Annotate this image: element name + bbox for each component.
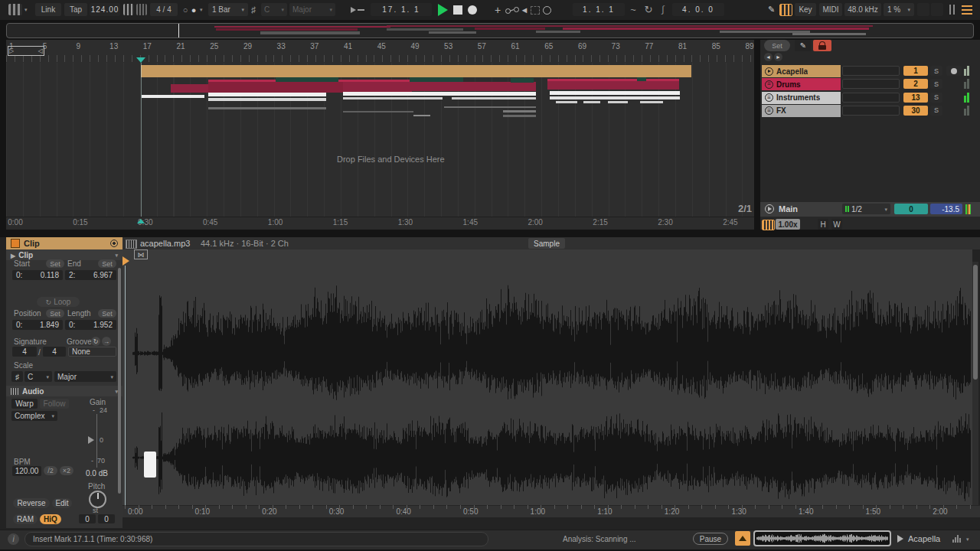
signature-denominator-field[interactable]: 4	[43, 347, 66, 357]
clip-root-menu[interactable]: C▾	[24, 371, 52, 382]
track-menu-icon[interactable]: ≡	[765, 106, 773, 115]
main-track-name[interactable]: Main	[779, 204, 798, 214]
stop-button[interactable]	[453, 5, 462, 15]
loop-marker-handle[interactable]	[144, 452, 156, 478]
warp-button[interactable]: Warp	[11, 399, 38, 409]
arrangement-clip[interactable]	[343, 111, 413, 112]
punch-out-icon[interactable]: ∫	[658, 2, 668, 16]
warp-mode-menu[interactable]: Complex▾	[11, 411, 57, 421]
arrangement-loop-brace[interactable]: ▷ ◁	[8, 46, 44, 56]
track-row[interactable]: ≡Drums2S	[760, 78, 980, 90]
add-locator-icon[interactable]: +	[492, 4, 503, 16]
bar-number[interactable]: 37	[310, 42, 318, 51]
arrangement-clip[interactable]	[452, 97, 536, 99]
groove-commit-icon[interactable]: ↻	[91, 337, 100, 346]
track-row[interactable]: Acapella1S	[760, 65, 980, 77]
arrangement-clip[interactable]	[503, 115, 536, 117]
pitch-knob[interactable]	[89, 491, 106, 508]
tempo-follower-icon[interactable]	[762, 220, 775, 230]
global-root-menu[interactable]: C▾	[261, 3, 287, 16]
clip-start-marker-line[interactable]	[125, 266, 126, 505]
track-name-plate[interactable]: Acapella	[762, 65, 841, 77]
arrangement-clip[interactable]	[556, 101, 577, 103]
main-routing-menu[interactable]: 1/2 ▾	[842, 204, 890, 214]
bpm-double-button[interactable]: ×2	[60, 466, 74, 475]
track-play-icon[interactable]	[765, 67, 773, 76]
bar-number[interactable]: 33	[277, 42, 286, 51]
pencil-automation-box[interactable]: ✎	[795, 40, 812, 51]
bar-number[interactable]: 81	[678, 42, 687, 51]
clip-scale-icon-box[interactable]: ♯	[11, 371, 23, 382]
arrangement-clip[interactable]	[413, 115, 430, 116]
groove-open-icon[interactable]: →	[102, 337, 111, 346]
device-slot[interactable]	[842, 79, 900, 89]
arrangement-clip[interactable]	[511, 78, 534, 83]
length-set-button[interactable]: Set	[98, 309, 116, 318]
bar-number[interactable]: 69	[578, 42, 586, 51]
track-value-box[interactable]: 2	[903, 79, 928, 89]
signature-numerator-field[interactable]: 4	[12, 347, 37, 357]
scroll-right-arrow[interactable]: ►	[774, 53, 782, 61]
audio-section-header[interactable]: Audio ▾	[6, 386, 122, 396]
clip-tab-toggle-icon[interactable]	[110, 240, 118, 247]
clip-end-field[interactable]: 2:6.967	[65, 270, 116, 280]
loop-button[interactable]: ↻Loop	[37, 297, 80, 307]
clip-scale-menu[interactable]: Major▾	[54, 371, 116, 382]
clip-position-field[interactable]: 0:1.849	[12, 320, 63, 330]
scroll-left-arrow[interactable]: ◄	[764, 53, 773, 61]
bar-number[interactable]: 85	[712, 42, 720, 51]
arrangement-clip[interactable]	[410, 77, 463, 82]
track-menu-icon[interactable]: ≡	[765, 80, 773, 89]
start-set-button[interactable]: Set	[46, 259, 64, 268]
clip-tab[interactable]: Clip	[6, 237, 122, 249]
status-meter-caret[interactable]: ▾	[966, 536, 969, 542]
nudge-caret[interactable]: ▾	[200, 7, 203, 12]
arrangement-clip[interactable]	[640, 101, 663, 103]
midi-capture-icon[interactable]	[505, 7, 518, 13]
quantize-menu[interactable]: 1 Bar▾	[208, 3, 248, 16]
clip-length-field[interactable]: 0:1.952	[65, 320, 116, 330]
sample-waveform[interactable]	[125, 262, 971, 505]
clip-bpm-field[interactable]: 120.00	[12, 466, 41, 476]
device-slot[interactable]	[842, 106, 900, 116]
tempo-field[interactable]: 124.00	[90, 3, 120, 16]
bar-number[interactable]: 65	[544, 42, 553, 51]
track-value-box[interactable]: 30	[903, 106, 928, 116]
insert-marker-triangle[interactable]	[136, 57, 145, 63]
width-toggle-button[interactable]: W	[831, 219, 842, 230]
track-menu-icon[interactable]: ≡	[765, 93, 773, 102]
position-set-button[interactable]: Set	[46, 309, 64, 318]
arrangement-clip[interactable]	[141, 65, 691, 77]
bpm-half-button[interactable]: /2	[44, 466, 57, 475]
clip-start-field[interactable]: 0:0.118	[12, 270, 63, 280]
overview-playhead[interactable]	[178, 24, 179, 37]
waveform-scrollbar[interactable]	[972, 262, 978, 505]
main-volume-slider[interactable]: -13.5	[930, 204, 962, 214]
groove-menu[interactable]: None	[68, 347, 116, 357]
bar-number[interactable]: 89	[745, 42, 753, 51]
playback-speed-field[interactable]: 1.00x	[776, 219, 800, 230]
loop-set-button[interactable]: Set	[764, 40, 790, 51]
follow-button[interactable]: Follow	[40, 399, 69, 409]
tap-tempo-button[interactable]: Tap	[64, 3, 87, 16]
main-pan-dial[interactable]: 0	[894, 204, 928, 214]
arrangement-clip[interactable]	[444, 106, 536, 108]
track-value-box[interactable]: 13	[903, 93, 928, 103]
bar-number[interactable]: 21	[177, 42, 185, 51]
arrangement-clip[interactable]	[343, 97, 443, 99]
bar-number[interactable]: 57	[478, 42, 486, 51]
loop-start-field[interactable]: 1. 1. 1	[573, 3, 625, 16]
arrangement-clip[interactable]	[583, 101, 600, 103]
bar-ruler[interactable]: 1591317212529333741454953576165697377818…	[0, 42, 754, 51]
clip-panel-scrollbar[interactable]	[118, 268, 121, 494]
metronome-count-in-icon[interactable]	[136, 4, 147, 15]
bar-number[interactable]: 73	[612, 42, 620, 51]
gain-slider-handle[interactable]	[88, 436, 94, 444]
gain-value[interactable]: 0.0 dB	[86, 469, 108, 478]
arrangement-clip[interactable]	[208, 98, 326, 101]
sample-tab-button[interactable]: Sample	[528, 238, 565, 249]
track-name-plate[interactable]: ≡Instruments	[762, 92, 841, 104]
loop-switch-icon[interactable]: ↻	[642, 3, 655, 16]
raise-panel-button[interactable]	[735, 531, 750, 546]
end-set-button[interactable]: Set	[98, 259, 116, 268]
